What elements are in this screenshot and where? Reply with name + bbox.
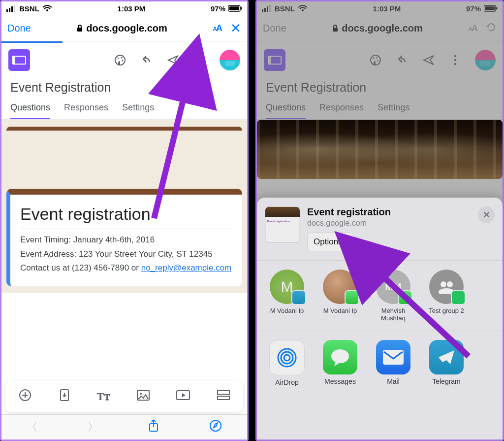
share-sheet: Event registration docs.google.com Optio…: [257, 198, 503, 440]
options-button[interactable]: Options ›: [307, 233, 354, 251]
app-label: AirDrop: [265, 378, 309, 386]
svg-point-24: [210, 420, 221, 431]
app-label: Mail: [371, 377, 415, 385]
avatar[interactable]: [220, 50, 240, 70]
lock-icon: [76, 24, 83, 32]
url-bar[interactable]: docs.google.com: [76, 23, 167, 34]
share-subtitle: docs.google.com: [307, 219, 471, 228]
signal-icon: [6, 5, 16, 12]
question-toolbar: Tᴛ: [5, 381, 243, 412]
stop-close-button[interactable]: ✕: [230, 21, 241, 36]
contact-name: Test group 2: [424, 307, 469, 314]
svg-rect-49: [383, 350, 404, 365]
svg-rect-1: [9, 8, 10, 12]
svg-rect-6: [229, 6, 239, 10]
desc-line: Event Address: 123 Your Street Your City…: [20, 248, 232, 261]
svg-rect-7: [241, 7, 242, 10]
desc-line: Contact us at (123) 456-7890 or no_reply…: [20, 262, 232, 274]
share-title: Event registration: [307, 206, 471, 218]
svg-rect-2: [11, 6, 13, 12]
share-app-telegram[interactable]: Telegram: [424, 340, 469, 386]
share-contact[interactable]: MMMehvish Mushtaq: [371, 270, 415, 322]
import-questions-icon[interactable]: [59, 389, 70, 405]
add-section-icon[interactable]: [217, 390, 230, 403]
forms-app-bar: [1, 41, 247, 77]
safari-footer: 〈 〉: [1, 414, 247, 440]
contact-name: M Vodani Ip: [318, 307, 362, 314]
palette-icon[interactable]: [113, 53, 127, 67]
safari-compass-icon[interactable]: [209, 419, 222, 435]
form-title: Event Registration: [1, 77, 247, 98]
safari-toolbar: Done docs.google.com AA ✕: [1, 15, 247, 41]
reader-aa-button[interactable]: AA: [213, 23, 221, 34]
share-contacts-row: MM Vodani IpM Vodani IpMMMehvish Mushtaq…: [257, 261, 503, 331]
chevron-right-icon: ›: [346, 237, 348, 247]
svg-point-45: [284, 355, 290, 361]
clock: 1:03 PM: [118, 4, 146, 13]
app-label: Telegram: [424, 377, 469, 385]
forms-logo-icon[interactable]: [8, 49, 30, 71]
contact-email-link[interactable]: no_reply@example.com: [141, 263, 232, 272]
share-contact[interactable]: MM Vodani Ip: [265, 270, 309, 322]
share-apps-row: AirDropMessagesMailTelegram: [257, 331, 503, 395]
form-body: Event registration Event Timing: January…: [1, 120, 247, 293]
svg-point-43: [447, 281, 453, 287]
add-image-icon[interactable]: [137, 390, 150, 404]
more-vert-icon[interactable]: [193, 53, 207, 67]
carrier: BSNL: [19, 4, 39, 13]
title-card[interactable]: Event registration Event Timing: January…: [6, 189, 242, 286]
share-app-mail[interactable]: Mail: [371, 340, 415, 386]
url-text: docs.google.com: [86, 23, 167, 34]
undo-icon[interactable]: [140, 53, 154, 67]
back-icon[interactable]: 〈: [27, 420, 37, 435]
close-icon[interactable]: ✕: [478, 206, 495, 223]
send-icon[interactable]: [166, 53, 180, 67]
add-video-icon[interactable]: [176, 390, 190, 403]
contact-name: M Vodani Ip: [265, 307, 309, 314]
svg-point-12: [122, 60, 124, 62]
svg-rect-21: [218, 391, 229, 394]
share-contact[interactable]: M Vodani Ip: [318, 270, 362, 322]
header-image-card[interactable]: [6, 127, 242, 180]
battery-icon: [228, 5, 242, 12]
share-icon[interactable]: [148, 419, 159, 435]
svg-rect-22: [218, 396, 229, 400]
form-tabs: Questions Responses Settings: [1, 98, 247, 120]
svg-point-46: [281, 352, 293, 364]
svg-point-4: [46, 9, 48, 11]
svg-point-13: [199, 55, 201, 58]
svg-point-42: [441, 281, 446, 287]
desc-line: Event Timing: January 4th-6th, 2016: [20, 234, 232, 246]
svg-point-15: [199, 63, 201, 66]
svg-point-48: [331, 349, 349, 363]
svg-point-14: [199, 59, 201, 62]
phone-right: BSNL 1:03 PM 97% Done docs.google.com AA: [255, 0, 504, 441]
tab-settings[interactable]: Settings: [122, 98, 154, 119]
share-contact[interactable]: Test group 2: [424, 270, 469, 322]
share-thumbnail: [265, 206, 300, 243]
app-label: Messages: [318, 377, 362, 385]
status-bar: BSNL 1:03 PM 97%: [1, 1, 247, 15]
battery-pct: 97%: [211, 4, 225, 13]
svg-rect-8: [77, 28, 82, 32]
tab-responses[interactable]: Responses: [64, 98, 108, 119]
svg-point-10: [118, 58, 119, 59]
svg-rect-3: [14, 5, 15, 12]
forward-icon[interactable]: 〉: [88, 420, 98, 435]
svg-point-19: [140, 393, 142, 395]
add-title-icon[interactable]: Tᴛ: [97, 390, 110, 403]
share-app-messages[interactable]: Messages: [318, 340, 362, 386]
wifi-icon: [42, 5, 52, 12]
phone-left: BSNL 1:03 PM 97% Done docs.google.com AA…: [0, 0, 249, 441]
add-question-icon[interactable]: [19, 389, 32, 405]
svg-rect-0: [6, 9, 8, 12]
done-button[interactable]: Done: [7, 23, 31, 34]
svg-point-11: [121, 57, 123, 59]
form-heading: Event registration: [20, 204, 232, 224]
contact-name: Mehvish Mushtaq: [371, 307, 415, 322]
tab-questions[interactable]: Questions: [10, 98, 50, 119]
share-app-airdrop[interactable]: AirDrop: [265, 340, 309, 386]
